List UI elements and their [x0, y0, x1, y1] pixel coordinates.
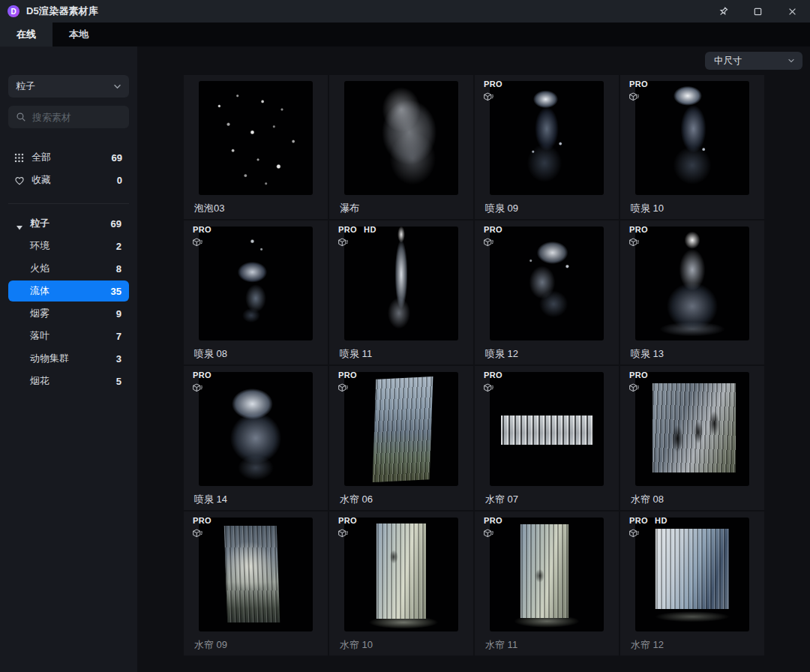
item-count: 69: [112, 152, 122, 164]
tree-item[interactable]: 烟雾 9: [8, 303, 129, 324]
content-header: 中尺寸: [184, 46, 810, 75]
badge-pro: PRO: [484, 516, 502, 525]
asset-thumbnail: [635, 226, 749, 340]
model-cube-icon: [483, 92, 494, 103]
tree-item[interactable]: 烟花 5: [8, 370, 129, 392]
size-dropdown[interactable]: 中尺寸: [705, 52, 802, 70]
asset-card[interactable]: PRO 喷泉 09: [475, 75, 619, 219]
search-input[interactable]: [32, 112, 122, 123]
asset-card[interactable]: PRO 喷泉 13: [620, 220, 764, 364]
tree-item[interactable]: 动物集群 3: [8, 348, 129, 369]
model-cube-icon: [628, 528, 640, 539]
tab-online[interactable]: 在线: [0, 22, 52, 46]
asset-thumbnail: [344, 518, 458, 632]
asset-card[interactable]: PRO 水帘 08: [620, 366, 764, 510]
asset-card[interactable]: 泡泡03: [184, 75, 328, 219]
tab-bar: 在线 本地: [0, 22, 810, 46]
content-area: 中尺寸 泡泡03 瀑布 PRO 喷泉 09: [137, 46, 810, 672]
tree-item-label: 粒子: [30, 217, 50, 230]
sidebar-item-all[interactable]: 全部 69: [0, 146, 137, 169]
asset-title: 泡泡03: [194, 202, 328, 215]
sidebar-item-favorites[interactable]: 收藏 0: [0, 169, 137, 191]
model-cube-icon: [192, 382, 203, 394]
category-dropdown[interactable]: 粒子: [8, 75, 129, 98]
asset-thumbnail: [490, 518, 604, 632]
asset-card[interactable]: PRO 水帘 09: [184, 512, 328, 656]
badge-pro: PRO: [484, 370, 502, 380]
sidebar-item-label: 收藏: [32, 173, 51, 187]
asset-badges: PRO: [338, 516, 357, 525]
asset-title: 喷泉 10: [631, 202, 764, 215]
model-cube-icon: [483, 382, 494, 394]
asset-card[interactable]: 瀑布: [329, 75, 473, 219]
badge-hd: HD: [364, 225, 376, 234]
badge-hd: HD: [655, 516, 668, 525]
close-icon[interactable]: [786, 5, 798, 17]
category-tree: 粒子 69 环境 2 火焰 8 流体 35 烟雾 9 落叶 7: [0, 213, 137, 392]
asset-card[interactable]: PRO 喷泉 08: [184, 220, 328, 364]
tree-item[interactable]: 粒子 69: [8, 213, 129, 234]
asset-card[interactable]: PRO 喷泉 14: [184, 366, 328, 510]
maximize-icon[interactable]: [752, 5, 764, 17]
asset-card[interactable]: PRO 喷泉 12: [475, 220, 619, 364]
item-count: 3: [116, 353, 122, 364]
sidebar: 粒子 全部 69: [0, 46, 137, 672]
tree-item-label: 火焰: [30, 262, 50, 275]
asset-card[interactable]: PRO 水帘 06: [329, 366, 473, 510]
tab-local[interactable]: 本地: [52, 22, 105, 46]
asset-thumbnail: [199, 81, 313, 195]
search-box[interactable]: [8, 106, 129, 128]
asset-card[interactable]: PRO 水帘 11: [475, 512, 619, 656]
asset-title: 喷泉 11: [340, 347, 473, 361]
item-count: 5: [116, 376, 122, 387]
tree-item[interactable]: 落叶 7: [8, 326, 129, 346]
asset-card[interactable]: PROHD 水帘 12: [620, 512, 764, 656]
asset-title: 水帘 06: [340, 493, 473, 506]
asset-title: 水帘 09: [194, 638, 328, 652]
item-count: 0: [117, 175, 122, 186]
asset-card[interactable]: PRO 水帘 10: [329, 512, 473, 656]
item-count: 2: [116, 241, 122, 252]
asset-badges: PRO: [338, 370, 357, 380]
asset-card[interactable]: PRO 水帘 07: [475, 366, 619, 510]
asset-title: 喷泉 09: [485, 202, 619, 215]
tree-item[interactable]: 环境 2: [8, 236, 129, 256]
badge-pro: PRO: [629, 225, 648, 234]
d5-asset-library-window: D D5渲染器素材库 在线 本地 粒子: [0, 0, 810, 672]
tree-item[interactable]: 火焰 8: [8, 258, 129, 279]
pin-icon[interactable]: [717, 5, 729, 17]
asset-badges: PRO: [484, 225, 502, 234]
model-cube-icon: [192, 237, 203, 248]
asset-title: 喷泉 08: [194, 347, 328, 361]
badge-pro: PRO: [484, 225, 502, 234]
tree-item[interactable]: 流体 35: [8, 280, 129, 302]
tree-item-label: 环境: [30, 239, 50, 253]
asset-title: 喷泉 13: [631, 347, 764, 361]
badge-pro: PRO: [193, 516, 212, 525]
caret-down-icon: [16, 221, 22, 232]
badge-pro: PRO: [193, 225, 212, 234]
asset-thumbnail: [199, 518, 313, 632]
asset-badges: PROHD: [338, 225, 376, 234]
item-count: 35: [111, 286, 122, 297]
model-cube-icon: [338, 382, 349, 394]
grid-icon: [14, 153, 25, 163]
asset-badges: PRO: [629, 80, 648, 88]
badge-pro: PRO: [484, 80, 502, 88]
asset-title: 喷泉 12: [485, 347, 619, 361]
asset-card[interactable]: PRO 喷泉 10: [620, 75, 764, 219]
badge-pro: PRO: [629, 370, 648, 380]
badge-pro: PRO: [338, 516, 357, 525]
asset-badges: PROHD: [629, 516, 668, 525]
badge-pro: PRO: [629, 80, 648, 88]
asset-badges: PRO: [484, 370, 502, 380]
size-dropdown-value: 中尺寸: [714, 55, 742, 68]
model-cube-icon: [628, 237, 640, 248]
tree-item-label: 动物集群: [30, 352, 69, 365]
model-cube-icon: [483, 237, 494, 248]
badge-pro: PRO: [629, 516, 648, 525]
asset-card[interactable]: PROHD 喷泉 11: [329, 220, 473, 364]
asset-badges: PRO: [193, 370, 212, 380]
asset-title: 喷泉 14: [194, 493, 328, 506]
tree-item-label: 烟花: [30, 374, 50, 388]
